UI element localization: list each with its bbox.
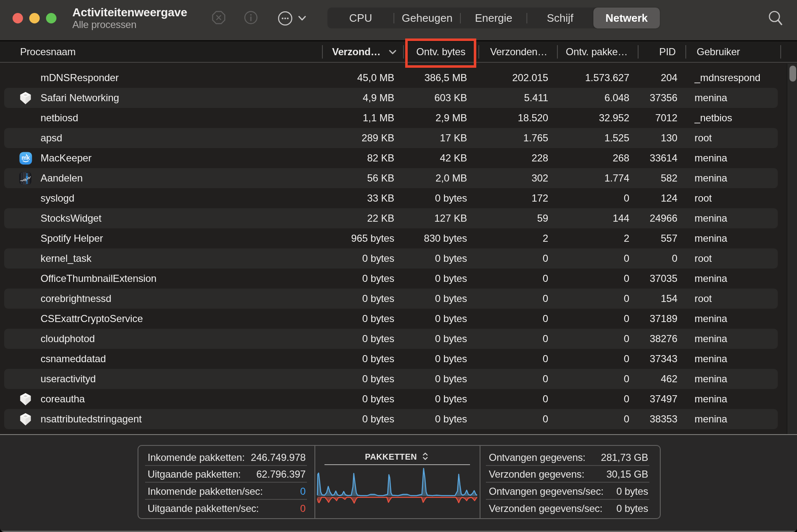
svg-text:mk: mk (21, 154, 30, 161)
